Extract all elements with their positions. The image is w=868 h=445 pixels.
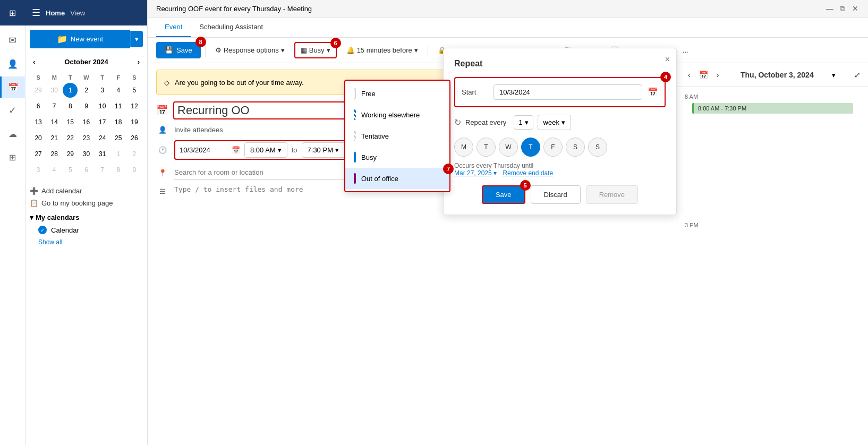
calendar-day[interactable]: 23 <box>79 131 93 146</box>
repeat-close-button[interactable]: × <box>665 55 670 64</box>
hamburger-icon[interactable]: ☰ <box>32 7 40 19</box>
end-date-chevron[interactable]: ▾ <box>493 169 497 177</box>
calendar-day[interactable]: 9 <box>79 99 93 114</box>
busy-status-button[interactable]: ▦ Busy ▾ 6 <box>294 42 337 58</box>
minimize-button[interactable]: — <box>826 4 834 13</box>
tab-scheduling-assistant[interactable]: Scheduling Assistant <box>191 18 271 37</box>
remove-end-date-link[interactable]: Remove end date <box>503 169 553 177</box>
response-options-button[interactable]: ⚙ Response options ▾ <box>210 43 290 57</box>
cal-next-button[interactable]: › <box>713 69 722 81</box>
view-tab[interactable]: View <box>70 9 85 17</box>
home-tab[interactable]: Home <box>46 9 65 17</box>
cal-today-button[interactable]: 📅 <box>696 69 711 81</box>
calendar-day[interactable]: 4 <box>111 83 126 98</box>
calendar-day[interactable]: 5 <box>63 162 78 177</box>
cal-date-chevron[interactable]: ▾ <box>832 71 836 79</box>
repeat-save-button[interactable]: 5 Save <box>482 185 525 204</box>
calendar-day[interactable]: 7 <box>47 99 62 114</box>
calendar-day[interactable]: 15 <box>63 115 78 130</box>
calendar-picker-icon[interactable]: 📅 <box>232 146 240 154</box>
dropdown-item-oof[interactable]: Out of office 7 <box>345 168 449 189</box>
sidebar-item-mail[interactable]: ✉ <box>0 30 25 51</box>
calendar-day[interactable]: 2 <box>127 147 142 161</box>
calendar-day[interactable]: 20 <box>31 131 46 146</box>
save-button[interactable]: 💾 Save 8 <box>156 42 201 58</box>
day-btn-t1[interactable]: T <box>476 138 496 157</box>
calendar-day[interactable]: 16 <box>79 115 93 130</box>
calendar-day[interactable]: 3 <box>31 162 46 177</box>
repeat-discard-button[interactable]: Discard <box>531 185 581 204</box>
calendar-day[interactable]: 1 <box>63 83 78 98</box>
chevron-right-icon[interactable]: › <box>134 57 143 67</box>
calendar-day[interactable]: 31 <box>95 147 110 161</box>
end-time-select[interactable]: 7:30 PM ▾ <box>302 142 345 158</box>
calendar-day[interactable]: 11 <box>111 99 126 114</box>
invite-attendees-text[interactable]: Invite attendees <box>174 126 223 134</box>
sidebar-item-onedrive[interactable]: ☁ <box>0 123 25 144</box>
start-calendar-icon[interactable]: 📅 <box>648 87 658 97</box>
calendar-day[interactable]: 2 <box>79 83 93 98</box>
reminder-button[interactable]: 🔔 15 minutes before ▾ <box>341 43 423 57</box>
go-to-booking-link[interactable]: 📋 Go to my booking page <box>30 197 143 209</box>
calendar-day[interactable]: 19 <box>127 115 142 130</box>
chevron-left-icon[interactable]: ‹ <box>30 57 38 67</box>
close-button[interactable]: ✕ <box>851 4 860 13</box>
dropdown-item-working[interactable]: Working elsewhere <box>345 104 449 125</box>
more-button[interactable]: ... <box>677 43 694 57</box>
day-btn-w[interactable]: W <box>499 138 518 157</box>
calendar-day[interactable]: 28 <box>47 147 62 161</box>
calendar-day[interactable]: 8 <box>111 162 126 177</box>
day-btn-f[interactable]: F <box>543 138 563 157</box>
date-input[interactable] <box>180 146 227 154</box>
calendar-day[interactable]: 1 <box>111 147 126 161</box>
calendar-item[interactable]: ✓ Calendar <box>38 224 143 236</box>
repeat-unit-select[interactable]: week ▾ <box>538 115 571 130</box>
new-event-dropdown-btn[interactable]: ▾ <box>130 31 143 47</box>
calendar-day[interactable]: 29 <box>31 83 46 98</box>
repeat-num-select[interactable]: 1 ▾ <box>514 115 533 130</box>
calendar-day[interactable]: 3 <box>95 83 110 98</box>
show-all-link[interactable]: Show all <box>38 236 143 248</box>
calendar-day[interactable]: 30 <box>47 83 62 98</box>
tab-event[interactable]: Event <box>156 18 191 37</box>
calendar-day[interactable]: 13 <box>31 115 46 130</box>
my-calendars-toggle[interactable]: ▾ My calendars <box>30 213 143 221</box>
day-btn-s2[interactable]: S <box>588 138 607 157</box>
calendar-day[interactable]: 14 <box>47 115 62 130</box>
cal-prev-button[interactable]: ‹ <box>685 69 694 81</box>
dropdown-item-busy[interactable]: Busy <box>345 147 449 168</box>
calendar-day[interactable]: 6 <box>79 162 93 177</box>
calendar-day[interactable]: 8 <box>63 99 78 114</box>
sidebar-item-more-apps[interactable]: ⊞ <box>0 147 25 168</box>
repeat-end-date[interactable]: Mar 27, 2025 <box>454 169 492 177</box>
calendar-day[interactable]: 25 <box>111 131 126 146</box>
calendar-day[interactable]: 21 <box>47 131 62 146</box>
calendar-day[interactable]: 30 <box>79 147 93 161</box>
calendar-day[interactable]: 10 <box>95 99 110 114</box>
repeat-remove-button[interactable]: Remove <box>586 185 638 204</box>
calendar-day[interactable]: 18 <box>111 115 126 130</box>
add-calendar-link[interactable]: ➕ Add calendar <box>30 185 143 197</box>
calendar-day[interactable]: 9 <box>127 162 142 177</box>
day-btn-s1[interactable]: S <box>566 138 585 157</box>
calendar-day[interactable]: 29 <box>63 147 78 161</box>
calendar-day[interactable]: 24 <box>95 131 110 146</box>
calendar-day[interactable]: 27 <box>31 147 46 161</box>
calendar-day[interactable]: 12 <box>127 99 142 114</box>
sidebar-item-tasks[interactable]: ✓ <box>0 100 25 121</box>
expand-calendar-button[interactable]: ⤢ <box>854 71 861 79</box>
calendar-day[interactable]: 22 <box>63 131 78 146</box>
calendar-day[interactable]: 4 <box>47 162 62 177</box>
dropdown-item-tentative[interactable]: Tentative <box>345 125 449 147</box>
new-event-button[interactable]: 📁 New event <box>30 30 130 48</box>
app-grid-icon[interactable]: ⊞ <box>9 8 16 18</box>
calendar-day[interactable]: 5 <box>127 83 142 98</box>
sidebar-item-calendar[interactable]: 📅 <box>0 76 25 98</box>
repeat-start-date-input[interactable] <box>493 84 642 100</box>
dropdown-item-free[interactable]: Free <box>345 83 449 104</box>
calendar-day[interactable]: 7 <box>95 162 110 177</box>
maximize-button[interactable]: ⧉ <box>838 4 847 13</box>
day-btn-t2[interactable]: T <box>521 138 540 157</box>
calendar-day[interactable]: 26 <box>127 131 142 146</box>
calendar-day[interactable]: 6 <box>31 99 46 114</box>
